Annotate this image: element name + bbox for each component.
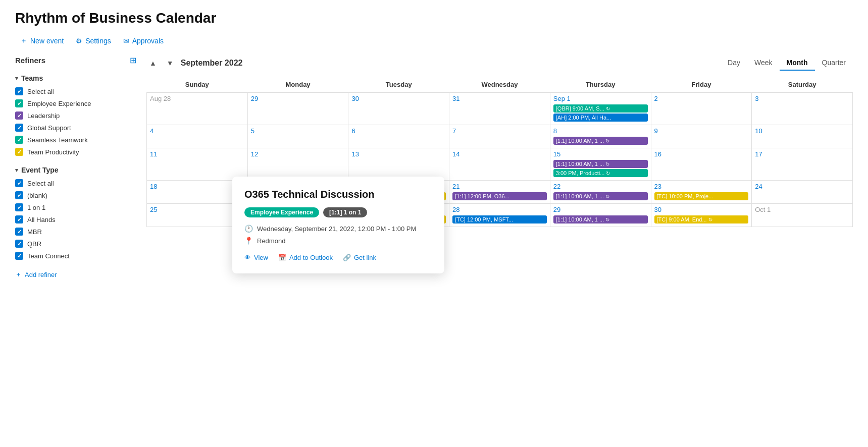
day-header-monday: Monday — [247, 77, 348, 93]
checkbox-team-productivity: ✓ — [15, 148, 23, 156]
calendar-day[interactable]: 10 — [752, 125, 853, 148]
get-link-icon: 🔗 — [343, 254, 351, 261]
view-tab-day[interactable]: Day — [721, 55, 747, 71]
calendar-day[interactable]: 12 — [247, 148, 348, 181]
day-number: Oct 1 — [755, 206, 849, 213]
calendar-day[interactable]: Aug 28 — [147, 93, 248, 125]
calendar-event[interactable]: [1:1] 12:00 PM, O36... — [452, 192, 547, 200]
calendar-day[interactable]: 22[1:1] 10:00 AM, 1 ...↻ — [550, 181, 651, 204]
calendar-day[interactable]: 9 — [651, 125, 752, 148]
month-label: September 2022 — [181, 59, 243, 68]
sidebar-eventtype-item-qbr[interactable]: ✓ QBR — [15, 240, 136, 248]
sidebar-team-item-leadership[interactable]: ✓ Leadership — [15, 111, 136, 120]
day-number: 12 — [251, 150, 345, 158]
calendar-day[interactable]: 3 — [752, 93, 853, 125]
day-number: 8 — [553, 127, 648, 135]
calendar-day[interactable]: Oct 1 — [752, 204, 853, 227]
calendar-day[interactable]: 8[1:1] 10:00 AM, 1 ...↻ — [550, 125, 651, 148]
calendar-event[interactable]: 3:00 PM, Producti...↻ — [553, 169, 648, 177]
calendar-event[interactable]: [1:1] 10:00 AM, 1 ...↻ — [553, 160, 648, 168]
calendar-day[interactable]: 7 — [449, 125, 550, 148]
calendar-day[interactable]: 29[1:1] 10:00 AM, 1 ...↻ — [550, 204, 651, 227]
popup-tag: [1:1] 1 on 1 — [323, 207, 367, 217]
new-event-button[interactable]: ＋ New event — [20, 36, 64, 45]
checkbox-global-support: ✓ — [15, 124, 23, 132]
day-number: 4 — [150, 127, 244, 135]
day-number: 13 — [351, 150, 446, 158]
calendar-event[interactable]: [1:1] 10:00 AM, 1 ...↻ — [553, 192, 648, 200]
calendar-day[interactable]: 13 — [348, 148, 449, 181]
calendar-day[interactable]: 14 — [449, 148, 550, 181]
sidebar-eventtype-item-all-hands[interactable]: ✓ All Hands — [15, 215, 136, 224]
calendar-day[interactable]: 16 — [651, 148, 752, 181]
sidebar-eventtype-item-blank[interactable]: ✓ (blank) — [15, 191, 136, 199]
add-to-outlook-button[interactable]: 📅Add to Outlook — [278, 254, 333, 261]
calendar-day[interactable]: 21[1:1] 12:00 PM, O36... — [449, 181, 550, 204]
calendar-day[interactable]: 31 — [449, 93, 550, 125]
calendar-day[interactable]: 15[1:1] 10:00 AM, 1 ...↻3:00 PM, Product… — [550, 148, 651, 181]
sidebar-eventtype-item-one-on-one[interactable]: ✓ 1 on 1 — [15, 203, 136, 211]
view-tabs: DayWeekMonthQuarter — [721, 55, 853, 71]
day-number: 21 — [452, 183, 547, 190]
day-number: Aug 28 — [150, 95, 244, 102]
sidebar-team-item-global-support[interactable]: ✓ Global Support — [15, 124, 136, 132]
add-refiner-button[interactable]: ＋ Add refiner — [15, 270, 136, 279]
day-number: 18 — [150, 183, 244, 190]
calendar-day[interactable]: Sep 1[QBR] 9:00 AM, S...↻[AH] 2:00 PM, A… — [550, 93, 651, 125]
clock-icon: 🕐 — [244, 225, 253, 233]
plus-icon-2: ＋ — [15, 270, 22, 279]
calendar-day[interactable]: 5 — [247, 125, 348, 148]
add-to-outlook-icon: 📅 — [278, 254, 286, 261]
view-tab-week[interactable]: Week — [747, 55, 780, 71]
calendar-event[interactable]: [QBR] 9:00 AM, S...↻ — [553, 104, 648, 113]
view-button[interactable]: 👁View — [244, 254, 268, 261]
calendar-day[interactable]: 24 — [752, 181, 853, 204]
calendar-event[interactable]: [TC] 10:00 PM, Proje... — [654, 192, 749, 200]
settings-icon: ⚙ — [76, 37, 82, 45]
calendar-day[interactable]: 11 — [147, 148, 248, 181]
calendar-day[interactable]: 29 — [247, 93, 348, 125]
calendar-event[interactable]: [TC] 9:00 AM, End...↻ — [654, 215, 749, 224]
approvals-icon: ✉ — [123, 37, 129, 45]
refiners-header: Refiners ⊞ — [15, 55, 136, 65]
settings-button[interactable]: ⚙ Settings — [76, 37, 111, 45]
day-number: 14 — [452, 150, 547, 158]
calendar-day[interactable]: 2 — [651, 93, 752, 125]
calendar-day[interactable]: 17 — [752, 148, 853, 181]
view-tab-quarter[interactable]: Quarter — [815, 55, 853, 71]
chevron-down-icon-2: ▾ — [15, 167, 18, 174]
day-header-friday: Friday — [651, 77, 752, 93]
sidebar-team-item-team-productivity[interactable]: ✓ Team Productivity — [15, 148, 136, 156]
event-type-section-header[interactable]: ▾ Event Type — [15, 166, 136, 174]
checkbox-et-et-select-all: ✓ — [15, 179, 23, 187]
calendar-event[interactable]: [TC] 12:00 PM, MSFT... — [452, 215, 547, 224]
calendar-day[interactable]: 4 — [147, 125, 248, 148]
calendar-day[interactable]: 30[TC] 9:00 AM, End...↻ — [651, 204, 752, 227]
prev-month-button[interactable]: ▲ — [146, 57, 160, 69]
sidebar-eventtype-item-team-connect[interactable]: ✓ Team Connect — [15, 252, 136, 260]
sidebar-eventtype-item-mbr[interactable]: ✓ MBR — [15, 228, 136, 236]
approvals-button[interactable]: ✉ Approvals — [123, 37, 164, 45]
view-tab-month[interactable]: Month — [780, 55, 815, 71]
sidebar-eventtype-item-et-select-all[interactable]: ✓ Select all — [15, 179, 136, 187]
day-number: 22 — [553, 183, 648, 190]
calendar-event[interactable]: [AH] 2:00 PM, All Ha... — [553, 114, 648, 122]
calendar-event[interactable]: [1:1] 10:00 AM, 1 ...↻ — [553, 137, 648, 145]
day-number: 31 — [452, 95, 547, 102]
calendar-day[interactable]: 28[TC] 12:00 PM, MSFT... — [449, 204, 550, 227]
calendar-day[interactable]: 30 — [348, 93, 449, 125]
calendar-day[interactable]: 23[TC] 10:00 PM, Proje... — [651, 181, 752, 204]
calendar-day[interactable]: 6 — [348, 125, 449, 148]
layout-icon[interactable]: ⊞ — [130, 55, 136, 65]
sidebar-team-item-employee-experience[interactable]: ✓ Employee Experience — [15, 99, 136, 107]
teams-section-header[interactable]: ▾ Teams — [15, 74, 136, 82]
checkbox-et-one-on-one: ✓ — [15, 203, 23, 211]
calendar-event[interactable]: [1:1] 10:00 AM, 1 ...↻ — [553, 215, 648, 224]
sidebar-team-item-seamless-teamwork[interactable]: ✓ Seamless Teamwork — [15, 136, 136, 144]
get-link-button[interactable]: 🔗Get link — [343, 254, 376, 261]
next-month-button[interactable]: ▼ — [164, 57, 177, 69]
sidebar-team-item-select-all[interactable]: ✓ Select all — [15, 87, 136, 95]
page-title: Rhythm of Business Calendar — [15, 10, 853, 26]
day-header-wednesday: Wednesday — [449, 77, 550, 93]
day-number: 11 — [150, 150, 244, 158]
